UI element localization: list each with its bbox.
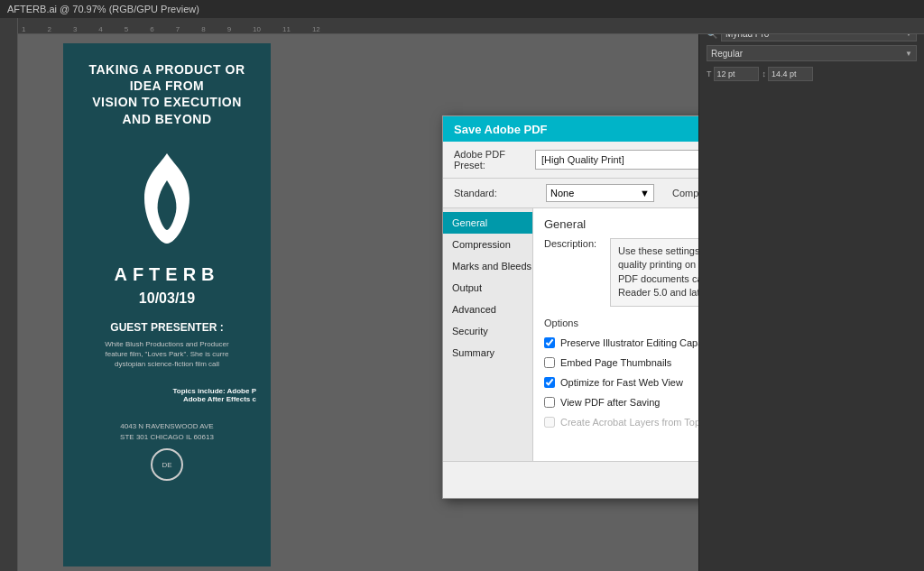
address-text: 4043 N RAVENSWOOD AVE STE 301 CHICAGO IL… [120, 421, 214, 443]
create-acrobat-layers-checkbox [544, 417, 555, 428]
optimize-web-checkbox[interactable] [544, 377, 555, 388]
vertical-ruler [0, 18, 18, 571]
document-body: White Blush Productions and Producerfeat… [105, 339, 228, 370]
standard-arrow[interactable]: ▼ [640, 188, 650, 198]
nav-item-advanced[interactable]: Advanced [443, 299, 532, 320]
flame-icon [126, 149, 208, 248]
top-menu-bar: AFTERB.ai @ 70.97% (RGB/GPU Preview) [0, 0, 924, 18]
font-style-field[interactable]: Regular ▼ [707, 45, 917, 61]
dialog-sidebar: General Compression Marks and Bleeds Out… [443, 208, 533, 461]
description-label: Description: [544, 238, 603, 307]
embed-thumbnails-checkbox[interactable] [544, 357, 555, 368]
style-dropdown-arrow[interactable]: ▼ [905, 50, 912, 58]
document-canvas: TAKING A PRODUCT OR IDEA FROM VISION TO … [63, 43, 271, 566]
band-name: AFTERB [114, 264, 219, 285]
preserve-illustrator-checkbox[interactable] [544, 337, 555, 348]
standard-select[interactable]: None ▼ [546, 184, 654, 202]
nav-item-security[interactable]: Security [443, 320, 532, 342]
font-size-field[interactable]: 12 pt [714, 67, 759, 81]
app-title: AFTERB.ai @ 70.97% (RGB/GPU Preview) [7, 4, 199, 14]
nav-item-general[interactable]: General [443, 212, 532, 234]
nav-item-marks-bleeds[interactable]: Marks and Bleeds [443, 255, 532, 277]
dialog-title: Save Adobe PDF [454, 123, 548, 136]
standard-value: None [550, 188, 574, 198]
horizontal-ruler: 1 2 3 4 5 6 7 8 9 10 11 12 [18, 18, 924, 34]
nav-item-summary[interactable]: Summary [443, 342, 532, 364]
design-engine-logo: DE [151, 448, 183, 481]
view-after-saving-label[interactable]: View PDF after Saving [560, 397, 660, 408]
guest-presenter-label: GUEST PRESENTER : [110, 321, 223, 334]
document-title: TAKING A PRODUCT OR IDEA FROM VISION TO … [78, 61, 256, 127]
event-date: 10/03/19 [139, 290, 195, 307]
embed-thumbnails-label[interactable]: Embed Page Thumbnails [560, 357, 671, 368]
leading-field[interactable]: 14.4 pt [768, 67, 813, 81]
view-after-saving-checkbox[interactable] [544, 397, 555, 408]
character-panel: Character Paragrap OpenTyp ≡ 🔍 Myriad Pr… [698, 0, 924, 571]
optimize-web-label[interactable]: Optimize for Fast Web View [560, 377, 683, 388]
preset-label: Adobe PDF Preset: [454, 149, 535, 170]
topics-text: Topics include: Adobe P Adobe After Effe… [78, 387, 256, 403]
font-size-icon: T [707, 69, 712, 78]
nav-item-output[interactable]: Output [443, 277, 532, 299]
standard-label: Standard: [454, 188, 535, 198]
nav-item-compression[interactable]: Compression [443, 234, 532, 255]
leading-icon: ↕ [762, 69, 767, 78]
